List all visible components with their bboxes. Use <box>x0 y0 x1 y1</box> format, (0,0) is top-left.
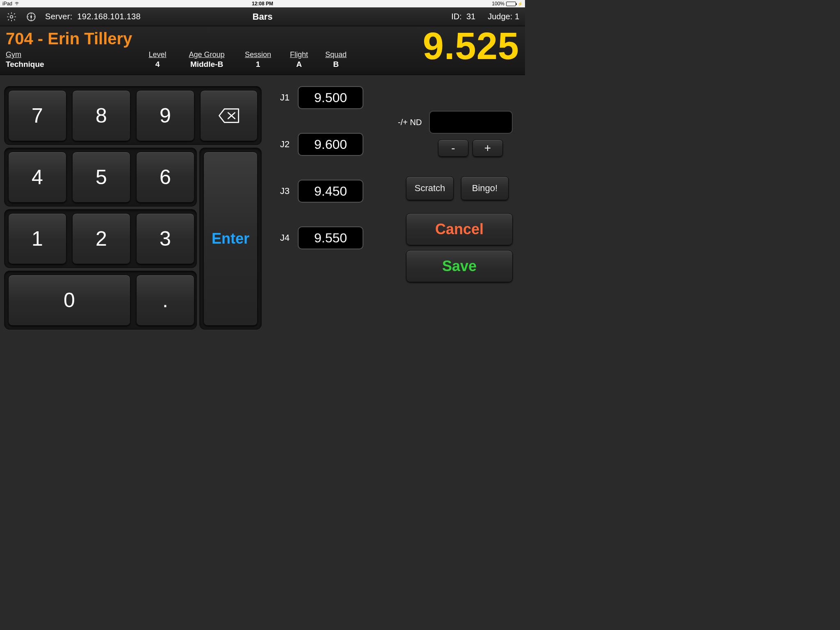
judge-scores: J1 9.500 J2 9.600 J3 9.450 J4 9.550 <box>275 86 381 273</box>
bingo-button[interactable]: Bingo! <box>461 176 509 200</box>
scratch-button[interactable]: Scratch <box>406 176 454 200</box>
save-button[interactable]: Save <box>406 250 513 282</box>
neutral-deduction: -/+ ND - + <box>398 111 513 157</box>
key-6[interactable]: 6 <box>136 152 194 203</box>
gym-value: Technique <box>6 60 137 69</box>
score-display: 9.525 <box>423 25 519 68</box>
svg-point-1 <box>10 15 13 18</box>
key-9[interactable]: 9 <box>136 90 194 141</box>
nd-label: -/+ ND <box>398 118 422 127</box>
ios-status-bar: iPad 12:08 PM 100% ⚡ <box>0 0 525 7</box>
squad-label: Squad <box>325 50 347 59</box>
key-2[interactable]: 2 <box>72 213 130 264</box>
key-5[interactable]: 5 <box>72 152 130 203</box>
flight-value: A <box>296 60 302 69</box>
j4-label: J4 <box>275 233 290 243</box>
athlete-info: 704 - Erin Tillery Gym Technique Level 4… <box>0 26 525 75</box>
level-value: 4 <box>155 60 160 69</box>
flight-label: Flight <box>290 50 308 59</box>
agegroup-value: Middle-B <box>190 60 223 69</box>
key-3[interactable]: 3 <box>136 213 194 264</box>
status-time: 12:08 PM <box>252 1 273 7</box>
server-info: Server: 192.168.101.138 <box>45 12 141 21</box>
cancel-button[interactable]: Cancel <box>406 213 513 245</box>
key-dot[interactable]: . <box>136 275 194 326</box>
j1-label: J1 <box>275 92 290 103</box>
battery-percent: 100% <box>492 1 504 7</box>
j3-label: J3 <box>275 186 290 196</box>
squad-value: B <box>333 60 339 69</box>
key-4[interactable]: 4 <box>8 152 66 203</box>
battery-icon <box>506 2 516 6</box>
key-1[interactable]: 1 <box>8 213 66 264</box>
nd-minus-button[interactable]: - <box>438 139 468 157</box>
j1-value[interactable]: 9.500 <box>298 86 363 109</box>
device-label: iPad <box>2 1 12 7</box>
charging-icon: ⚡ <box>518 2 523 6</box>
judge-info: Judge: 1 <box>488 12 519 21</box>
compass-icon[interactable] <box>25 11 37 23</box>
j4-value[interactable]: 9.550 <box>298 226 363 249</box>
key-0[interactable]: 0 <box>8 275 130 326</box>
key-backspace[interactable] <box>200 90 258 141</box>
gym-label: Gym <box>6 50 137 59</box>
gear-icon[interactable] <box>6 11 17 23</box>
id-info: ID: 31 <box>451 12 475 21</box>
nd-plus-button[interactable]: + <box>472 139 503 157</box>
event-title: Bars <box>253 11 273 22</box>
nd-value[interactable] <box>429 111 513 134</box>
agegroup-label: Age Group <box>189 50 224 59</box>
key-8[interactable]: 8 <box>72 90 130 141</box>
level-label: Level <box>148 50 166 59</box>
key-enter[interactable]: Enter <box>203 152 258 326</box>
svg-point-0 <box>16 5 17 5</box>
session-value: 1 <box>256 60 260 69</box>
j3-value[interactable]: 9.450 <box>298 180 363 203</box>
j2-value[interactable]: 9.600 <box>298 133 363 156</box>
app-header: Server: 192.168.101.138 Bars ID: 31 Judg… <box>0 7 525 26</box>
wifi-icon <box>14 1 19 6</box>
session-label: Session <box>245 50 271 59</box>
j2-label: J2 <box>275 139 290 150</box>
key-7[interactable]: 7 <box>8 90 66 141</box>
